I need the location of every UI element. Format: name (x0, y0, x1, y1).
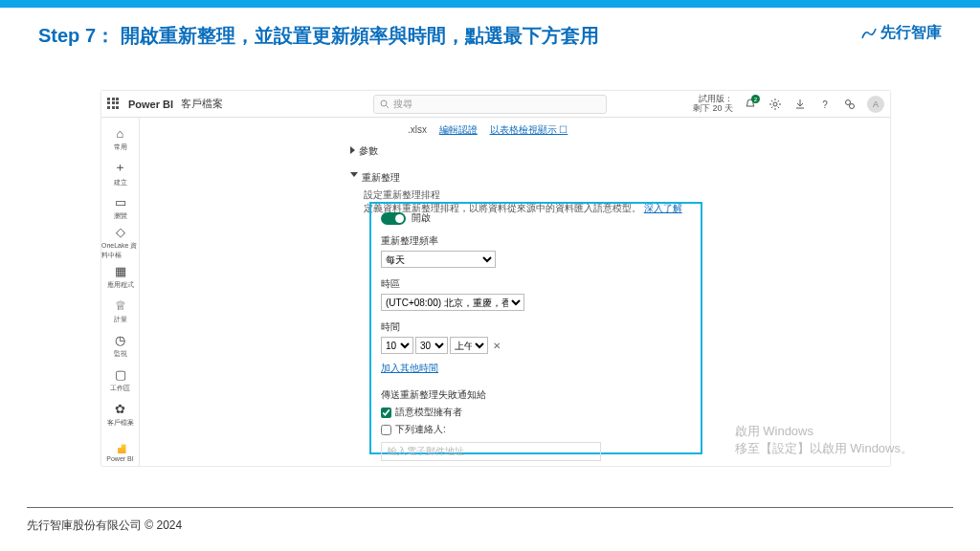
tz-label: 時區 (381, 277, 691, 291)
refresh-settings-panel: 開啟 重新整理頻率 每天 時區 (UTC+08:00) 北京，重慶，香港特別行 … (369, 202, 702, 454)
windows-watermark: 啟用 Windows移至【設定】以啟用 Windows。 (735, 423, 913, 457)
rail-apps[interactable]: ▦應用程式 (101, 259, 139, 294)
rail-home[interactable]: ⌂常用 (101, 121, 139, 156)
trial-status: 試用版：剩下 20 天 (693, 95, 733, 114)
notif-owner-checkbox[interactable]: 語意模型擁有者 (381, 406, 691, 419)
time-min-select[interactable]: 30 (415, 337, 448, 354)
section-params[interactable]: 參數 (350, 144, 871, 158)
rail-create[interactable]: ＋建立 (101, 156, 139, 190)
notification-badge: 2 (751, 95, 760, 103)
waffle-icon[interactable] (107, 98, 121, 111)
time-hour-select[interactable]: 10 (381, 337, 413, 354)
tz-select[interactable]: (UTC+08:00) 北京，重慶，香港特別行 (381, 294, 524, 311)
feedback-icon[interactable] (842, 97, 858, 112)
app-topbar: Power BI 客戶檔案 搜尋 試用版：剩下 20 天 2 ? A (101, 91, 890, 118)
rail-onelake[interactable]: ◇OneLake 資料中樞 (101, 225, 139, 259)
datasource-row: .xlsx 編輯認證 以表格檢視顯示 ☐ (408, 123, 871, 137)
settings-content: .xlsx 編輯認證 以表格檢視顯示 ☐ 參數 重新整理 設定重新整理排程 定義… (140, 118, 890, 466)
refresh-toggle[interactable] (381, 212, 406, 225)
copyright: 先行智庫股份有限公司 © 2024 (27, 518, 182, 534)
refresh-sub1: 設定重新整理排程 (364, 188, 871, 202)
bell-icon[interactable]: 2 (743, 97, 758, 112)
view-table-link[interactable]: 以表格檢視顯示 ☐ (490, 124, 568, 135)
left-rail: ⌂常用 ＋建立 ▭瀏覽 ◇OneLake 資料中樞 ▦應用程式 ♕計量 ◷監視 … (101, 118, 140, 466)
rail-workspace[interactable]: ▢工作區 (101, 363, 139, 397)
powerbi-window: Power BI 客戶檔案 搜尋 試用版：剩下 20 天 2 ? A ⌂常用 ＋… (101, 91, 890, 466)
remove-time-icon[interactable]: ✕ (493, 341, 501, 351)
brand-icon (861, 28, 877, 39)
edit-creds-link[interactable]: 編輯認證 (439, 124, 478, 135)
rail-browse[interactable]: ▭瀏覽 (101, 190, 139, 225)
download-icon[interactable] (792, 97, 808, 112)
notif-title: 傳送重新整理失敗通知給 (381, 388, 691, 402)
search-icon (380, 99, 390, 109)
svg-line-1 (387, 106, 390, 109)
help-icon[interactable]: ? (817, 97, 833, 112)
rail-powerbi[interactable]: Power BI (101, 442, 139, 462)
avatar[interactable]: A (867, 96, 884, 113)
svg-point-4 (850, 104, 855, 109)
brand-logo: 先行智庫 (861, 23, 942, 49)
notif-contacts-checkbox[interactable]: 下列連絡人: (381, 423, 691, 436)
section-refresh[interactable]: 重新整理 (350, 171, 871, 185)
rail-monitor[interactable]: ◷監視 (101, 328, 139, 363)
search-input[interactable]: 搜尋 (373, 95, 607, 114)
freq-select[interactable]: 每天 (381, 251, 496, 268)
powerbi-icon (115, 442, 126, 453)
svg-point-0 (381, 100, 387, 106)
gear-icon[interactable] (768, 97, 783, 112)
rail-metrics[interactable]: ♕計量 (101, 294, 139, 328)
freq-label: 重新整理頻率 (381, 234, 691, 248)
contact-email-input[interactable]: 輸入電子郵件地址 (381, 442, 601, 461)
toggle-label: 開啟 (412, 211, 431, 225)
time-ampm-select[interactable]: 上午 (450, 337, 488, 354)
slide-title: Step 7： 開啟重新整理，並設置更新頻率與時間，點選最下方套用 (38, 23, 599, 49)
add-time-link[interactable]: 加入其他時間 (381, 362, 438, 375)
rail-customer[interactable]: ✿客戶檔案 (101, 397, 139, 431)
app-title: Power BI (128, 99, 173, 110)
workspace-name[interactable]: 客戶檔案 (181, 97, 223, 111)
svg-point-2 (773, 102, 777, 106)
svg-point-3 (846, 100, 851, 105)
time-label: 時間 (381, 320, 691, 334)
